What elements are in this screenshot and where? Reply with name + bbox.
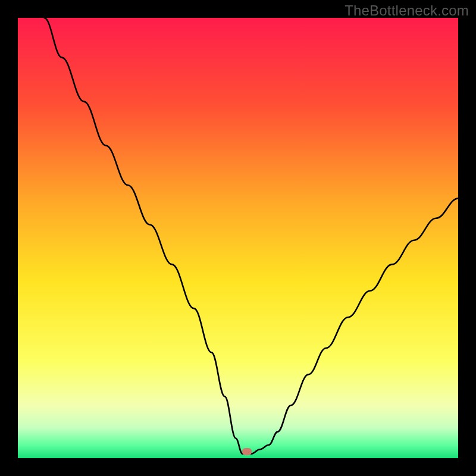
chart-stage: TheBottleneck.com: [0, 0, 476, 476]
optimal-point-marker: [242, 448, 252, 455]
watermark-text: TheBottleneck.com: [345, 2, 469, 19]
plot-area: [18, 18, 458, 458]
svg-rect-0: [18, 18, 458, 458]
gradient-background: [18, 18, 458, 458]
